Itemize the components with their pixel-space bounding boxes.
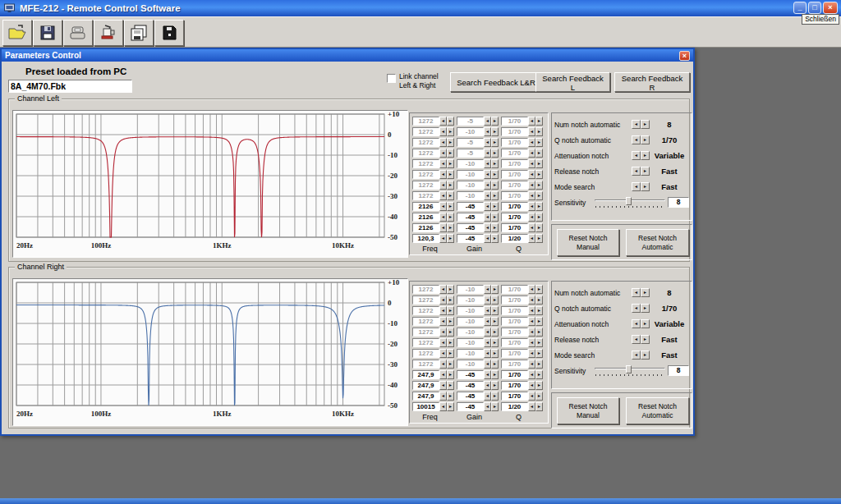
gain-increment-button[interactable]: ► xyxy=(491,234,499,243)
freq-increment-button[interactable]: ► xyxy=(447,159,454,168)
channel-left-gain-value[interactable]: -10 xyxy=(457,170,484,179)
freq-decrement-button[interactable]: ◄ xyxy=(439,181,447,190)
freq-increment-button[interactable]: ► xyxy=(447,285,454,294)
gain-decrement-button[interactable]: ◄ xyxy=(484,328,491,337)
gain-decrement-button[interactable]: ◄ xyxy=(484,191,491,200)
channel-right-q-value[interactable]: 1/70 xyxy=(501,360,528,369)
release-notch-increment-button[interactable]: ► xyxy=(641,167,650,176)
q-decrement-button[interactable]: ◄ xyxy=(528,317,535,326)
q-decrement-button[interactable]: ◄ xyxy=(528,338,535,347)
archive-disk-button[interactable] xyxy=(154,20,184,46)
q-decrement-button[interactable]: ◄ xyxy=(528,117,535,126)
freq-decrement-button[interactable]: ◄ xyxy=(439,296,447,305)
restore-button[interactable]: □ xyxy=(808,2,821,14)
q-decrement-button[interactable]: ◄ xyxy=(528,213,535,222)
channel-right-freq-value[interactable]: 10015 xyxy=(412,402,439,411)
gain-decrement-button[interactable]: ◄ xyxy=(484,360,491,369)
gain-decrement-button[interactable]: ◄ xyxy=(484,149,491,158)
channel-right-q-value[interactable]: 1/70 xyxy=(501,370,528,379)
q-decrement-button[interactable]: ◄ xyxy=(528,127,535,136)
gain-decrement-button[interactable]: ◄ xyxy=(484,392,491,401)
reset-notch-automatic-button[interactable]: Reset Notch Automatic xyxy=(626,397,689,424)
gain-decrement-button[interactable]: ◄ xyxy=(484,381,491,390)
channel-right-q-value[interactable]: 1/70 xyxy=(501,317,528,326)
q-decrement-button[interactable]: ◄ xyxy=(528,181,535,190)
channel-left-freq-value[interactable]: 1272 xyxy=(412,149,439,158)
q-increment-button[interactable]: ► xyxy=(535,402,543,411)
channel-right-q-value[interactable]: 1/70 xyxy=(501,381,528,390)
channel-right-q-value[interactable]: 1/70 xyxy=(501,392,528,401)
freq-decrement-button[interactable]: ◄ xyxy=(439,213,447,222)
channel-left-q-value[interactable]: 1/70 xyxy=(501,138,528,147)
gain-decrement-button[interactable]: ◄ xyxy=(484,159,491,168)
channel-left-gain-value[interactable]: -10 xyxy=(457,159,484,168)
gain-increment-button[interactable]: ► xyxy=(491,223,499,232)
sensitivity-value[interactable]: 8 xyxy=(668,197,689,208)
window-titlebar[interactable]: MFE-212 - Remote Control Software _ □ × xyxy=(0,0,841,16)
freq-increment-button[interactable]: ► xyxy=(447,349,454,358)
gain-decrement-button[interactable]: ◄ xyxy=(484,317,491,326)
num-notch-automatic-decrement-button[interactable]: ◄ xyxy=(632,288,641,297)
preset-input[interactable] xyxy=(8,80,132,93)
channel-right-freq-value[interactable]: 1272 xyxy=(412,285,439,294)
q-decrement-button[interactable]: ◄ xyxy=(528,381,535,390)
gain-increment-button[interactable]: ► xyxy=(491,402,499,411)
q-notch-automatic-decrement-button[interactable]: ◄ xyxy=(632,135,641,144)
channel-left-gain-value[interactable]: -5 xyxy=(457,149,484,158)
gain-increment-button[interactable]: ► xyxy=(491,328,499,337)
release-notch-increment-button[interactable]: ► xyxy=(641,335,650,344)
channel-right-q-value[interactable]: 1/20 xyxy=(501,402,528,411)
q-increment-button[interactable]: ► xyxy=(535,370,543,379)
channel-right-freq-value[interactable]: 247,9 xyxy=(412,392,439,401)
dialog-close-icon[interactable]: × xyxy=(679,51,690,61)
freq-decrement-button[interactable]: ◄ xyxy=(439,159,447,168)
gain-increment-button[interactable]: ► xyxy=(491,191,499,200)
freq-increment-button[interactable]: ► xyxy=(447,234,454,243)
channel-left-gain-value[interactable]: -45 xyxy=(457,213,484,222)
channel-right-q-value[interactable]: 1/70 xyxy=(501,328,528,337)
channel-right-gain-value[interactable]: -10 xyxy=(457,296,484,305)
minimize-button[interactable]: _ xyxy=(793,2,807,14)
channel-right-gain-value[interactable]: -45 xyxy=(457,370,484,379)
freq-decrement-button[interactable]: ◄ xyxy=(439,170,447,179)
q-increment-button[interactable]: ► xyxy=(535,349,543,358)
freq-decrement-button[interactable]: ◄ xyxy=(439,402,447,411)
dialog-titlebar[interactable]: Parameters Control × xyxy=(2,49,693,62)
channel-left-gain-value[interactable]: -10 xyxy=(457,191,484,200)
freq-decrement-button[interactable]: ◄ xyxy=(439,223,447,232)
gain-increment-button[interactable]: ► xyxy=(491,285,499,294)
attenuation-notch-decrement-button[interactable]: ◄ xyxy=(632,319,641,328)
channel-right-gain-value[interactable]: -10 xyxy=(457,328,484,337)
freq-increment-button[interactable]: ► xyxy=(447,127,454,136)
channel-left-gain-value[interactable]: -10 xyxy=(457,127,484,136)
channel-left-q-value[interactable]: 1/70 xyxy=(501,170,528,179)
gain-increment-button[interactable]: ► xyxy=(491,149,499,158)
channel-left-q-value[interactable]: 1/70 xyxy=(501,213,528,222)
gain-increment-button[interactable]: ► xyxy=(491,317,499,326)
slider-thumb[interactable] xyxy=(626,197,632,205)
gain-decrement-button[interactable]: ◄ xyxy=(484,138,491,147)
gain-increment-button[interactable]: ► xyxy=(491,306,499,315)
q-increment-button[interactable]: ► xyxy=(535,381,543,390)
mode-search-increment-button[interactable]: ► xyxy=(641,351,650,360)
reset-notch-manual-button[interactable]: Reset Notch Manual xyxy=(557,397,619,424)
channel-left-q-value[interactable]: 1/70 xyxy=(501,223,528,232)
channel-left-freq-value[interactable]: 1272 xyxy=(412,117,439,126)
mode-search-decrement-button[interactable]: ◄ xyxy=(632,182,641,191)
q-increment-button[interactable]: ► xyxy=(535,159,543,168)
freq-decrement-button[interactable]: ◄ xyxy=(439,360,447,369)
channel-left-freq-value[interactable]: 2126 xyxy=(412,202,439,211)
attenuation-notch-increment-button[interactable]: ► xyxy=(641,319,650,328)
mode-search-increment-button[interactable]: ► xyxy=(641,182,650,191)
q-increment-button[interactable]: ► xyxy=(535,338,543,347)
freq-increment-button[interactable]: ► xyxy=(447,338,454,347)
q-decrement-button[interactable]: ◄ xyxy=(528,170,535,179)
gain-decrement-button[interactable]: ◄ xyxy=(484,223,491,232)
q-decrement-button[interactable]: ◄ xyxy=(528,349,535,358)
gain-increment-button[interactable]: ► xyxy=(491,117,499,126)
channel-left-freq-value[interactable]: 1272 xyxy=(412,181,439,190)
attenuation-notch-decrement-button[interactable]: ◄ xyxy=(632,151,641,160)
freq-decrement-button[interactable]: ◄ xyxy=(439,234,447,243)
channel-left-freq-value[interactable]: 1272 xyxy=(412,127,439,136)
save-file-button[interactable] xyxy=(33,20,62,46)
